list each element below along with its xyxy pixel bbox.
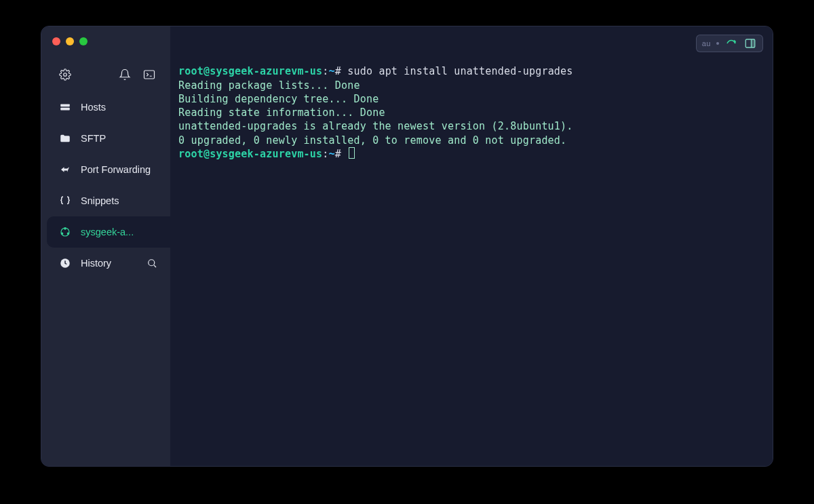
output-line: Reading state information... Done — [178, 106, 385, 119]
sidebar-top-row — [41, 54, 170, 88]
sidebar-item-label: sysgeek-a... — [81, 227, 134, 237]
hosts-icon — [59, 101, 71, 113]
sidebar-item-label: SFTP — [81, 133, 106, 144]
svg-rect-1 — [144, 71, 155, 79]
terminal-pane[interactable]: au root@sysgeek-azurevm-us:~# sudo apt i… — [170, 26, 773, 466]
separator-dot — [716, 42, 719, 45]
close-window-button[interactable] — [52, 37, 60, 45]
svg-point-5 — [62, 109, 62, 109]
sidebar-item-label: Snippets — [81, 195, 119, 206]
sidebar-item-sftp[interactable]: SFTP — [41, 123, 170, 154]
window-controls — [41, 26, 170, 54]
sidebar-item-label: Hosts — [81, 102, 106, 113]
pane-toolbar: au — [696, 35, 763, 52]
sidebar-item-session[interactable]: sysgeek-a... — [47, 216, 170, 248]
mode-label: au — [702, 39, 711, 47]
sidebar-item-history[interactable]: History — [41, 248, 170, 279]
output-line: Reading package lists... Done — [178, 79, 360, 92]
history-icon — [59, 257, 71, 269]
sidebar-item-hosts[interactable]: Hosts — [41, 92, 170, 123]
svg-rect-14 — [752, 39, 755, 47]
sidebar-item-label: History — [81, 258, 111, 269]
sidebar-nav: Hosts SFTP Port Forwarding Snippets — [41, 88, 170, 279]
prompt-user-host: root@sysgeek-azurevm-us — [178, 148, 322, 160]
output-line: unattended-upgrades is already the newes… — [178, 120, 573, 132]
sidebar-item-port-forwarding[interactable]: Port Forwarding — [41, 154, 170, 185]
zoom-window-button[interactable] — [79, 37, 88, 45]
ubuntu-icon — [59, 226, 71, 238]
svg-point-9 — [61, 233, 62, 234]
prompt-symbol: # — [335, 148, 341, 160]
svg-point-4 — [62, 105, 62, 106]
prompt-path: ~ — [329, 148, 335, 160]
sidebar-item-label: Port Forwarding — [81, 164, 151, 175]
output-line: Building dependency tree... Done — [178, 93, 379, 105]
svg-point-8 — [67, 233, 69, 234]
split-pane-icon[interactable] — [743, 37, 757, 50]
sidebar-item-snippets[interactable]: Snippets — [41, 185, 170, 216]
svg-point-0 — [64, 73, 67, 77]
share-icon[interactable] — [724, 37, 738, 50]
sidebar: Hosts SFTP Port Forwarding Snippets — [41, 26, 170, 466]
terminal-icon[interactable] — [143, 69, 155, 81]
search-icon[interactable] — [146, 257, 158, 269]
braces-icon — [59, 195, 71, 207]
folder-icon — [59, 132, 71, 144]
prompt-sep: : — [322, 65, 328, 77]
svg-point-7 — [64, 228, 66, 229]
terminal-output: root@sysgeek-azurevm-us:~# sudo apt inst… — [178, 51, 758, 174]
bell-icon[interactable] — [119, 69, 131, 81]
cursor — [349, 147, 355, 159]
prompt-path: ~ — [329, 65, 335, 77]
prompt-user-host: root@sysgeek-azurevm-us — [178, 65, 322, 77]
command-text: sudo apt install unattended-upgrades — [347, 65, 573, 77]
settings-icon[interactable] — [59, 69, 71, 81]
prompt-symbol: # — [335, 65, 341, 77]
svg-point-11 — [149, 260, 155, 266]
prompt-sep: : — [322, 148, 328, 160]
output-line: 0 upgraded, 0 newly installed, 0 to remo… — [178, 134, 566, 147]
app-window: Hosts SFTP Port Forwarding Snippets — [41, 26, 773, 467]
minimize-window-button[interactable] — [66, 37, 74, 45]
forward-icon — [59, 163, 71, 176]
